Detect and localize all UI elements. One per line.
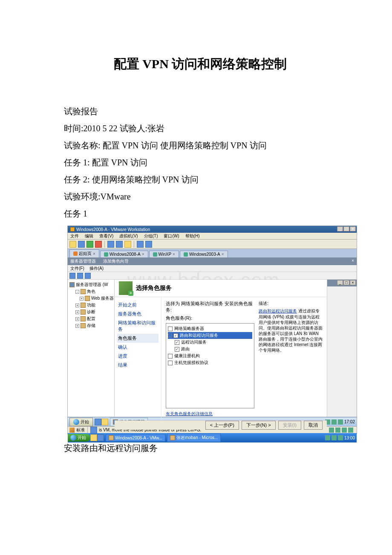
tray-icon[interactable] xyxy=(338,435,343,440)
step-server-role[interactable]: 服务器角色 xyxy=(117,309,159,318)
power-on-icon[interactable] xyxy=(86,241,93,248)
quick-launch-icon[interactable] xyxy=(95,419,101,425)
server-manager-title[interactable]: 服务器管理器 添加角色向导 × xyxy=(68,257,357,265)
tab-win2003[interactable]: Windows2003-A × xyxy=(180,251,228,257)
tab-home[interactable]: 起始页 × xyxy=(69,249,99,257)
forward-icon[interactable] xyxy=(77,273,83,279)
tree-roles[interactable]: -角色 xyxy=(69,288,112,295)
wizard-body: 开始之前 服务器角色 网络策略和访问服务 角色服务 确认 进度 结果 选择为 网… xyxy=(115,297,327,420)
suspend-icon[interactable] xyxy=(78,241,85,248)
checkbox-icon[interactable] xyxy=(168,361,173,365)
role-services-label: 选择为 网络策略和访问服务 安装的角色服务: xyxy=(166,301,254,313)
close-button[interactable]: × xyxy=(350,226,356,231)
role-rras[interactable]: -✓路由和远程访问服务 xyxy=(168,332,252,339)
step-network-policy[interactable]: 网络策略和访问服务 xyxy=(117,318,159,334)
description-link[interactable]: 路由和远程访问服务 xyxy=(259,309,297,313)
srv-menu-file[interactable]: 文件(F) xyxy=(70,266,84,271)
step-progress[interactable]: 进度 xyxy=(117,352,159,361)
minimize-button[interactable]: _ xyxy=(337,226,343,231)
tab-close-icon[interactable]: × xyxy=(222,252,224,257)
menu-edit[interactable]: 编辑 xyxy=(85,233,93,239)
wizard-steps: 开始之前 服务器角色 网络策略和访问服务 角色服务 确认 进度 结果 xyxy=(115,297,161,420)
checkbox-icon[interactable] xyxy=(168,354,173,358)
install-button: 安装(I) xyxy=(278,421,301,430)
vmware-tab-strip: 起始页 × Windows2008-A × WinXP × Windows200… xyxy=(68,249,357,257)
menu-vm[interactable]: 虚拟机(V) xyxy=(119,233,138,239)
reset-icon[interactable] xyxy=(95,241,102,248)
collapse-icon[interactable]: - xyxy=(75,290,79,294)
expand-icon[interactable]: + xyxy=(75,317,79,321)
revert-icon[interactable] xyxy=(116,241,123,248)
grab-input-icon[interactable] xyxy=(90,427,97,434)
next-button[interactable]: 下一步(N) > xyxy=(242,421,276,430)
tab-winxp[interactable]: WinXP × xyxy=(149,251,179,257)
tray-icon[interactable] xyxy=(325,435,330,440)
tab-close-icon[interactable]: × xyxy=(93,251,95,256)
refresh-icon[interactable] xyxy=(85,273,91,279)
srv-menu-action[interactable]: 操作(A) xyxy=(89,266,104,271)
expand-icon[interactable]: + xyxy=(75,310,79,314)
fullscreen-icon[interactable] xyxy=(137,241,144,248)
guest-start-button[interactable]: 开始 xyxy=(69,418,93,426)
device-icon[interactable] xyxy=(329,428,334,433)
maximize-button[interactable]: □ xyxy=(343,226,349,231)
menu-group[interactable]: 分组(T) xyxy=(144,233,158,239)
device-icon[interactable] xyxy=(335,428,340,433)
checkbox-icon[interactable] xyxy=(168,327,173,331)
vmware-title-bar[interactable]: Windows2008-A - VMware Workstation _ □ × xyxy=(68,226,357,233)
collapse-icon[interactable]: - xyxy=(168,334,172,338)
tray-icon[interactable] xyxy=(331,435,337,440)
step-before[interactable]: 开始之前 xyxy=(117,301,159,309)
snapshot-icon[interactable] xyxy=(107,241,114,248)
tray-icon[interactable] xyxy=(331,419,337,425)
role-ras[interactable]: ✓远程访问服务 xyxy=(168,339,252,346)
back-icon[interactable] xyxy=(69,273,75,279)
maximize-button[interactable]: □ xyxy=(343,280,349,285)
wizard-close-button[interactable]: × xyxy=(352,258,354,264)
quick-launch-icon[interactable] xyxy=(97,434,104,441)
step-confirm[interactable]: 确认 xyxy=(117,343,159,352)
power-off-icon[interactable] xyxy=(69,241,76,248)
checkbox-icon[interactable]: ✓ xyxy=(175,340,179,345)
menu-window[interactable]: 窗口(W) xyxy=(164,233,179,239)
step-role-services[interactable]: 角色服务 xyxy=(117,334,159,343)
role-services-info-link[interactable]: 有关角色服务的详细信息 xyxy=(166,411,254,417)
checkbox-icon[interactable]: ✓ xyxy=(175,347,179,352)
tab-win2008[interactable]: Windows2008-A × xyxy=(100,251,148,257)
expand-icon[interactable]: + xyxy=(75,304,79,307)
menu-file[interactable]: 文件 xyxy=(70,233,79,239)
minimize-button[interactable]: _ xyxy=(337,280,343,285)
host-start-button[interactable]: 开始 xyxy=(68,434,90,442)
checkbox-icon[interactable]: ✓ xyxy=(173,333,178,338)
unity-icon[interactable] xyxy=(145,241,152,248)
tray-icon[interactable] xyxy=(338,419,343,425)
expand-icon[interactable]: + xyxy=(80,297,84,301)
device-icon[interactable] xyxy=(342,428,347,433)
cancel-button[interactable]: 取消 xyxy=(304,421,323,430)
expand-icon[interactable]: + xyxy=(75,324,79,328)
tab-close-icon[interactable]: × xyxy=(173,252,175,257)
host-task-word[interactable]: 张岩moban - Micros... xyxy=(167,434,221,442)
step-result[interactable]: 结果 xyxy=(117,361,159,370)
prev-button[interactable]: < 上一步(P) xyxy=(205,421,239,430)
tree-config[interactable]: +配置 xyxy=(69,315,112,322)
tree-features[interactable]: +功能 xyxy=(69,302,112,309)
tree-web[interactable]: +Web 服务器 xyxy=(69,295,112,302)
guest-tray: 17:02 xyxy=(325,419,357,425)
role-hcap[interactable]: 主机凭据授权协议 xyxy=(168,359,252,366)
role-hra[interactable]: 健康注册机构 xyxy=(168,353,252,359)
device-icon[interactable] xyxy=(348,428,353,433)
tab-close-icon[interactable]: × xyxy=(142,252,144,257)
menu-view[interactable]: 查看(V) xyxy=(99,233,113,239)
close-button[interactable]: × xyxy=(350,280,356,285)
tree-storage[interactable]: +存储 xyxy=(69,322,112,329)
menu-help[interactable]: 帮助(H) xyxy=(185,233,200,239)
role-routing[interactable]: ✓路由 xyxy=(168,346,252,353)
quick-launch-icon[interactable] xyxy=(90,434,97,441)
tree-root[interactable]: 服务器管理器 (W xyxy=(69,281,112,288)
tree-diag[interactable]: +诊断 xyxy=(69,309,112,315)
role-nps[interactable]: 网络策略服务器 xyxy=(168,325,252,332)
quick-launch-icon[interactable] xyxy=(101,419,108,425)
manage-icon[interactable] xyxy=(124,241,131,248)
host-task-vmware[interactable]: Windows2008-A - VMw... xyxy=(106,434,165,442)
